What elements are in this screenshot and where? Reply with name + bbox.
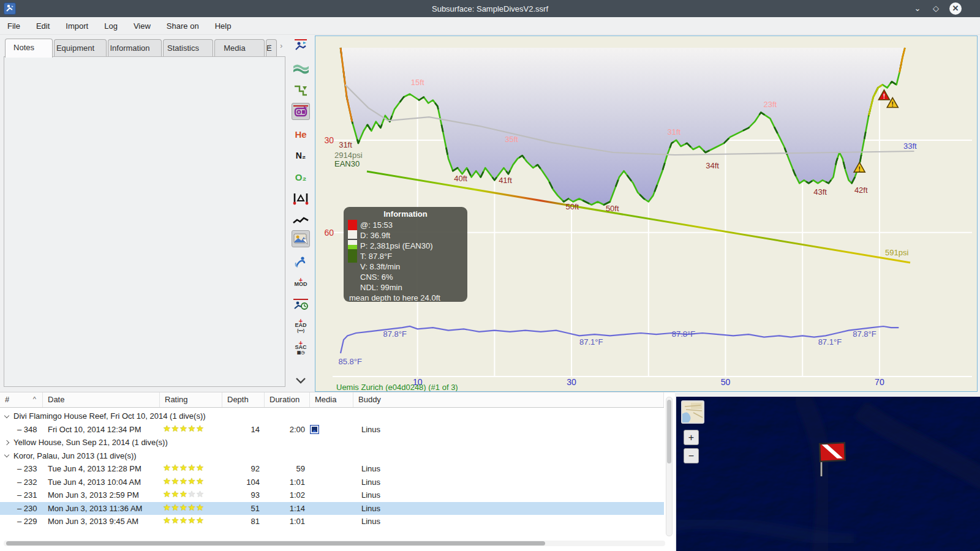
dive-duration: 1:01: [268, 517, 305, 526]
heart-rate-toggle[interactable]: [292, 212, 310, 229]
svg-text:30: 30: [567, 377, 576, 387]
map-zoom-in-button[interactable]: +: [684, 430, 699, 445]
dive-row-232[interactable]: – 232Tue Jun 4, 2013 10:04 AM★★★★★1041:0…: [0, 476, 664, 489]
dive-row-233[interactable]: – 233Tue Jun 4, 2013 12:28 PM★★★★★9259Li…: [0, 462, 664, 475]
svg-text:EAN30: EAN30: [334, 159, 360, 168]
svg-text:mean depth to here 24.0ft: mean depth to here 24.0ft: [349, 293, 440, 302]
collapse-arrow-icon[interactable]: [4, 452, 9, 457]
tab-statistics[interactable]: Statistics: [163, 39, 213, 57]
calculated-ceiling-icon[interactable]: [292, 60, 310, 77]
dive-computer-icon[interactable]: [292, 103, 310, 120]
dive-trip-row[interactable]: Divi Flamingo House Reef, Fri Oct 10, 20…: [0, 410, 664, 422]
tab-equipment[interactable]: Equipment: [54, 39, 107, 57]
dive-rating-stars: ★★★★★: [163, 476, 205, 486]
menu-edit[interactable]: Edit: [36, 21, 50, 31]
dive-list-hscrollbar[interactable]: [4, 541, 665, 546]
dc-reported-ceiling-icon[interactable]: [292, 37, 310, 54]
column-header-date[interactable]: Date: [43, 392, 160, 407]
dive-duration: 59: [268, 464, 305, 473]
map-zoom-out-button[interactable]: −: [684, 448, 699, 463]
sort-ascending-icon: ^: [33, 395, 36, 403]
dive-buddy: Linus: [361, 478, 380, 487]
column-header-duration[interactable]: Duration: [265, 392, 310, 407]
helium-graph-toggle[interactable]: He: [292, 126, 310, 143]
column-header-buddy[interactable]: Buddy: [353, 392, 664, 407]
dive-depth: 104: [223, 478, 260, 487]
menu-file[interactable]: File: [7, 21, 20, 31]
map-overview-button[interactable]: [681, 400, 704, 424]
gas-switch-icon[interactable]: [292, 253, 310, 271]
svg-text:87.8°F: 87.8°F: [853, 329, 876, 339]
trip-label: Koror, Palau, Jun 2013 (11 dive(s)): [13, 451, 137, 460]
column-header-rating[interactable]: Rating: [160, 392, 222, 407]
dive-trip-row[interactable]: Yellow House, Sun Sep 21, 2014 (1 dive(s…: [0, 436, 664, 449]
sac-toggle[interactable]: +SAC▦◷: [292, 339, 310, 356]
ruler-toggle[interactable]: [292, 190, 310, 207]
dive-duration: 1:14: [268, 504, 305, 513]
dive-trip-row[interactable]: Koror, Palau, Jun 2013 (11 dive(s)): [0, 449, 664, 462]
menu-bar: FileEditImportLogViewShare onHelp: [0, 17, 980, 35]
media-icon[interactable]: [310, 425, 319, 436]
dive-rating-stars: ★★★★★: [163, 503, 205, 512]
svg-text:Uemis Zurich (e04d0248) (#1 of: Uemis Zurich (e04d0248) (#1 of 3): [336, 383, 458, 391]
dive-duration: 2:00: [268, 425, 305, 434]
dive-depth: 81: [223, 517, 260, 526]
map-panel[interactable]: + −: [676, 397, 980, 551]
menu-view[interactable]: View: [134, 21, 151, 31]
tab-notes[interactable]: Notes: [5, 39, 53, 58]
dive-row-230[interactable]: – 230Mon Jun 3, 2013 11:36 AM★★★★★511:14…: [0, 502, 664, 515]
minimize-button[interactable]: ⌄: [911, 2, 924, 15]
dive-row-229[interactable]: – 229Mon Jun 3, 2013 9:45 AM★★★★★811:01L…: [0, 515, 664, 528]
svg-text:50ft: 50ft: [606, 204, 619, 213]
column-header-media[interactable]: Media: [310, 392, 353, 407]
svg-text:P: 2,381psi (EAN30): P: 2,381psi (EAN30): [360, 241, 433, 250]
svg-text:87.1°F: 87.1°F: [579, 337, 603, 347]
svg-text:591psi: 591psi: [885, 248, 908, 257]
menu-import[interactable]: Import: [66, 21, 88, 31]
menu-share-on[interactable]: Share on: [167, 21, 199, 31]
ead-toggle[interactable]: +EAD(•••): [292, 317, 310, 334]
column-header-num[interactable]: #^: [0, 392, 43, 407]
menu-log[interactable]: Log: [104, 21, 118, 31]
dive-depth: 92: [223, 464, 260, 473]
oxygen-graph-toggle[interactable]: O₂: [292, 168, 310, 186]
svg-text:30: 30: [324, 135, 334, 145]
svg-text:41ft: 41ft: [499, 176, 512, 185]
nitrogen-graph-toggle-label: N₂: [296, 151, 306, 160]
title-bar[interactable]: Subsurface: SampleDivesV2.ssrf ⌄ ◇ ✕: [0, 0, 980, 17]
collapse-arrow-icon[interactable]: [4, 413, 9, 418]
dive-number: – 230: [17, 504, 37, 513]
tab-information[interactable]: Information: [108, 39, 162, 57]
svg-text:!: !: [859, 166, 861, 173]
column-header-depth[interactable]: Depth: [222, 392, 265, 407]
close-button[interactable]: ✕: [949, 2, 962, 15]
dive-profile-chart[interactable]: 10305070306015ft35ft31ft23ft40ft41ft50ft…: [315, 36, 978, 392]
dive-buddy: Linus: [361, 464, 380, 473]
svg-text:50ft: 50ft: [566, 202, 579, 211]
dive-rating-stars: ★★★★★: [163, 424, 205, 433]
menu-help[interactable]: Help: [215, 21, 232, 31]
svg-text:87.8°F: 87.8°F: [672, 329, 696, 339]
dive-row-348[interactable]: – 348Fri Oct 10, 2014 12:34 PM★★★★★142:0…: [0, 423, 664, 436]
svg-text:60: 60: [324, 228, 334, 238]
dive-row-231[interactable]: – 231Mon Jun 3, 2013 2:59 PM★★★★★931:02L…: [0, 489, 664, 501]
dive-number: – 231: [17, 490, 37, 500]
tab-media[interactable]: Media: [214, 39, 265, 57]
dive-date: Tue Jun 4, 2013 10:04 AM: [48, 478, 141, 487]
svg-text:70: 70: [875, 377, 884, 387]
nitrogen-graph-toggle[interactable]: N₂: [292, 147, 310, 164]
dive-list-vscrollbar[interactable]: [666, 397, 673, 536]
seafloor-texture: [676, 397, 980, 551]
collapse-chevron[interactable]: [292, 372, 310, 389]
tab-scroll-arrows[interactable]: ‹ ›: [268, 42, 286, 50]
dive-duration: 1:02: [268, 490, 305, 500]
ceiling-increments-icon[interactable]: [292, 82, 310, 99]
window-title: Subsurface: SampleDivesV2.ssrf: [0, 4, 980, 13]
photos-toggle[interactable]: [292, 230, 310, 247]
dive-rating-stars: ★★★★★: [163, 515, 205, 525]
maximize-button[interactable]: ◇: [930, 2, 942, 15]
expand-arrow-icon[interactable]: [4, 440, 9, 444]
dive-depth: 51: [223, 504, 260, 513]
deco-time-icon[interactable]: [292, 296, 310, 313]
mod-toggle[interactable]: +MOD: [292, 274, 310, 291]
